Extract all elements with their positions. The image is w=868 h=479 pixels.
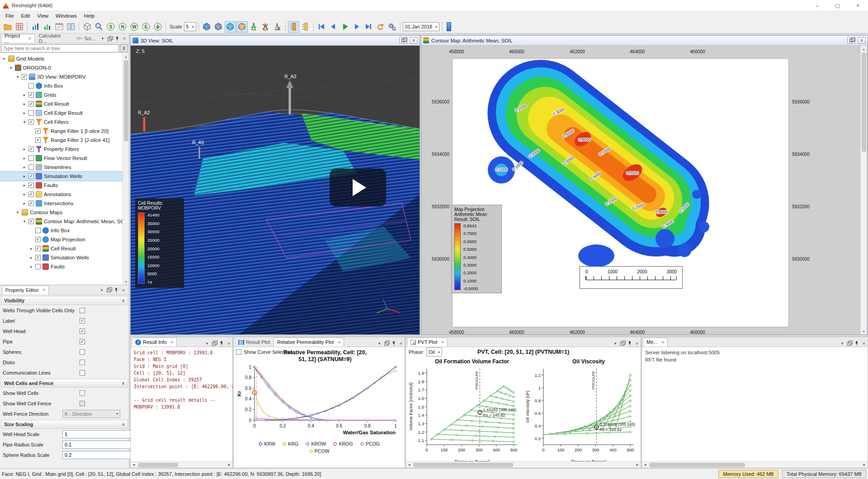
tree-item-checkbox[interactable]: ✓ <box>28 92 34 98</box>
collapse-arrow-icon[interactable]: ▾ <box>9 66 13 70</box>
look-from-south-button[interactable]: S <box>105 21 116 33</box>
tree-item-checkbox[interactable]: ✓ <box>28 101 34 107</box>
tree-item-checkbox[interactable]: ✓ <box>35 137 41 143</box>
dock-tab-scr[interactable]: </>Scr... <box>73 34 99 43</box>
tree-item-checkbox[interactable] <box>35 264 41 269</box>
communication-lines-checkbox[interactable] <box>80 370 85 376</box>
tree-item-checkbox[interactable]: ✓ <box>28 201 34 206</box>
tree-item-checkbox[interactable]: ✓ <box>28 119 34 125</box>
collapse-arrow-icon[interactable]: ▾ <box>15 210 20 215</box>
tree-item-cell-filters[interactable]: ▾✓Cell Filters <box>0 117 123 127</box>
draw-style-surface-with-mesh-button[interactable] <box>225 21 236 33</box>
expand-arrow-icon[interactable]: ▸ <box>22 93 27 97</box>
collapse-arrow-icon[interactable]: ▾ <box>22 219 27 224</box>
expand-arrow-icon[interactable]: ▸ <box>22 201 27 206</box>
expand-arrow-icon[interactable]: ▸ <box>29 246 33 251</box>
animation-step-back-button[interactable] <box>328 21 339 33</box>
left-dock-close-button[interactable]: × <box>121 35 128 42</box>
result-info-pin-button[interactable] <box>218 340 225 347</box>
search-clear-button[interactable]: X <box>120 44 128 52</box>
tree-item-checkbox[interactable] <box>28 155 34 161</box>
well-fence-direction-select[interactable]: K - Direction▾ <box>62 410 120 418</box>
new-summary-plot-button[interactable] <box>42 21 53 33</box>
relperm-menu-button[interactable]: ▾ <box>376 340 383 347</box>
tab-close-icon[interactable]: × <box>441 340 444 345</box>
contour-close-button[interactable]: × <box>858 37 866 44</box>
property-editor-tab[interactable]: Property Editor × <box>2 286 49 295</box>
timestep-select[interactable]: 01.Jan 2018▾ <box>403 22 440 31</box>
collapse-arrow-icon[interactable]: ▾ <box>2 56 6 61</box>
menu-file[interactable]: File <box>2 12 18 19</box>
messages-float-button[interactable] <box>846 340 853 347</box>
zoom-all-button[interactable] <box>93 21 104 33</box>
wells-through-visible-cells-only-checkbox[interactable] <box>80 308 85 313</box>
tree-item-checkbox[interactable] <box>28 110 34 116</box>
tree-item-faults[interactable]: ▸Faults <box>0 262 123 271</box>
collapse-arrow-icon[interactable]: ▾ <box>15 75 20 79</box>
label-checkbox[interactable]: ✓ <box>80 318 85 324</box>
tree-item-checkbox[interactable]: ✓ <box>35 246 41 251</box>
sphere-radius-scale-input[interactable] <box>62 451 134 459</box>
tree-item-checkbox[interactable]: ✓ <box>28 146 34 152</box>
oil-viscosity-chart[interactable]: Oil Viscosity0.20.40.60.811.201002003004… <box>523 357 639 461</box>
tree-item-checkbox[interactable] <box>35 228 41 233</box>
tree-item-checkbox[interactable]: ✓ <box>35 255 41 260</box>
left-dock-float-button[interactable] <box>106 35 113 42</box>
tree-item-contour-maps[interactable]: ▾Contour Maps <box>0 208 123 217</box>
tree-item-drogon-0[interactable]: ▾DROGON-0 <box>0 63 123 72</box>
tree-item-intersections[interactable]: ▸✓Intersections <box>0 199 123 208</box>
spheres-checkbox[interactable] <box>80 349 85 355</box>
tree-item-range-filter-1-i-slice-20[interactable]: ✓Range Filter 1 [I-slice 20] <box>0 127 123 136</box>
left-dock-pin-button[interactable] <box>113 35 121 42</box>
property-editor-float-button[interactable] <box>105 286 113 293</box>
tree-item-annotations[interactable]: ▸✓Annotations <box>0 190 123 199</box>
tree-scrollbar[interactable]: ▲ ▼ <box>123 53 129 285</box>
pvt-menu-button[interactable]: ▾ <box>612 340 619 347</box>
hide-crossing-wells-button[interactable] <box>260 21 271 33</box>
messages-close-button[interactable]: × <box>860 340 868 347</box>
animation-skip-to-start-button[interactable] <box>316 21 327 33</box>
disks-checkbox[interactable] <box>80 360 85 365</box>
toggle-info-box-button[interactable] <box>300 21 311 33</box>
result-info-float-button[interactable] <box>211 340 218 347</box>
relperm-close-button[interactable]: × <box>397 340 405 347</box>
phase-select[interactable]: Oil ▾ <box>426 348 442 357</box>
look-from-north-button[interactable]: N <box>117 21 128 33</box>
dock-tab-project[interactable]: Project ...× <box>1 34 35 43</box>
view3d-close-button[interactable]: × <box>410 37 418 44</box>
expand-arrow-icon[interactable]: ▸ <box>29 264 33 269</box>
tile-windows-button[interactable] <box>65 21 76 33</box>
relperm-chart[interactable]: Relative Permeability, Cell: [20,51, 12]… <box>234 347 405 437</box>
view3d-viewport[interactable]: R_A2R_A5R_A3 Z: 5 Cell Results: MOBPORV … <box>131 46 420 334</box>
show-well-cells-checkbox[interactable] <box>80 390 85 396</box>
video-play-button[interactable] <box>330 169 386 207</box>
tree-item-checkbox[interactable]: ✓ <box>35 128 41 134</box>
expand-arrow-icon[interactable]: ▸ <box>29 255 33 260</box>
tab-pvt-plot[interactable]: PVT Plot × <box>407 338 448 347</box>
tree-item-simulation-wells[interactable]: ▸✓Simulation Wells <box>0 172 123 181</box>
minimize-button[interactable]: – <box>807 0 827 11</box>
expand-arrow-icon[interactable]: ▸ <box>22 147 27 151</box>
well-head-scale-input[interactable] <box>62 430 134 438</box>
tab-close-icon[interactable]: × <box>171 340 174 345</box>
tree-item-info-box[interactable]: Info Box <box>0 81 123 90</box>
legend-item-krow[interactable]: ◇KROW <box>306 441 326 446</box>
tab-relative-permeability-plot[interactable]: Relative Permeability Plot × <box>274 338 344 347</box>
tree-item-cell-edge-result[interactable]: ▸Cell Edge Result <box>0 108 123 117</box>
menu-help[interactable]: Help <box>80 12 99 19</box>
tree-item-checkbox[interactable]: ✓ <box>22 74 27 80</box>
menu-windows[interactable]: Windows <box>52 12 80 19</box>
scroll-thumb[interactable] <box>124 60 128 141</box>
dock-tab-calculator-d[interactable]: Calculator D... <box>35 34 73 43</box>
pvt-hscrollbar[interactable]: ◄► <box>406 461 641 468</box>
result-info-menu-button[interactable]: ▾ <box>203 340 211 347</box>
show-well-paths-button[interactable] <box>248 21 259 33</box>
show-well-disks-button[interactable] <box>272 21 283 33</box>
expand-arrow-icon[interactable]: ▸ <box>22 165 27 169</box>
animation-repeat-button[interactable] <box>375 21 386 33</box>
legend-item-pcow[interactable]: ◇PCOW <box>309 448 329 454</box>
tree-item-property-filters[interactable]: ▸✓Property Filters <box>0 145 123 154</box>
property-editor-close-icon[interactable]: × <box>42 287 45 292</box>
result-info-close-button[interactable]: × <box>225 340 232 347</box>
property-editor-menu-button[interactable]: ▾ <box>98 286 105 293</box>
